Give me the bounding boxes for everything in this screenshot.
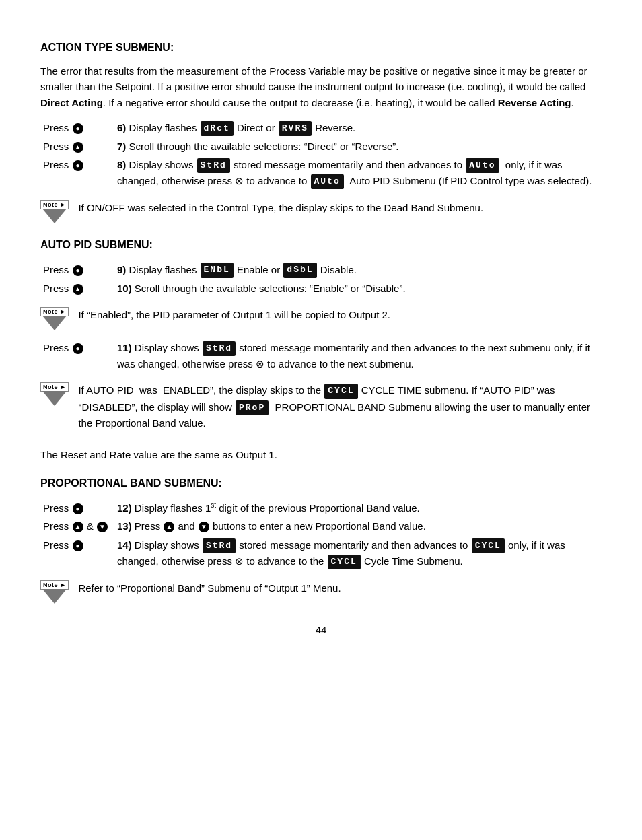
press-label: Press ● xyxy=(40,118,114,137)
up-btn-icon: ▲ xyxy=(73,522,83,532)
note-4-text: Refer to “Proportional Band” Submenu of … xyxy=(78,579,341,596)
note-box-3: Note ► If AUTO PID was ENABLED”, the dis… xyxy=(40,381,602,438)
step-8-text: 8) Display shows StRd stored message mom… xyxy=(114,155,602,190)
lcd-enbl: ENbL xyxy=(201,262,234,277)
table-row: Press ▲ 7) Scroll through the available … xyxy=(40,137,602,155)
press-label: Press ● xyxy=(40,536,114,571)
press-label: Press ▲ xyxy=(40,137,114,155)
action-type-press-table: Press ● 6) Display flashes dRct Direct o… xyxy=(40,118,602,191)
press-label: Press ● xyxy=(40,339,114,373)
step-14-text: 14) Display shows StRd stored message mo… xyxy=(114,536,602,571)
lcd-strd2: StRd xyxy=(203,341,236,356)
heading-prop-band: PROPORTIONAL BAND SUBMENU: xyxy=(40,477,602,489)
table-row: Press ● 6) Display flashes dRct Direct o… xyxy=(40,118,602,137)
table-row: Press ● 9) Display flashes ENbL Enable o… xyxy=(40,260,602,279)
section-action-type: ACTION TYPE SUBMENU: The error that resu… xyxy=(40,42,602,224)
heading-auto-pid: AUTO PID SUBMENU: xyxy=(40,239,602,251)
table-row: Press ● 12) Display flashes 1st digit of… xyxy=(40,499,602,517)
reset-rate-text: The Reset and Rate value are the same as… xyxy=(40,447,602,462)
press-label: Press ● xyxy=(40,499,114,517)
note-2-text: If “Enabled”, the PID parameter of Outpu… xyxy=(78,306,390,322)
table-row: Press ● 11) Display shows StRd stored me… xyxy=(40,339,602,373)
bold-reverse-acting: Reverse Acting xyxy=(498,97,571,108)
up-btn-icon: ▲ xyxy=(73,142,83,153)
step-7-text: 7) Scroll through the available selectio… xyxy=(114,137,602,155)
step-11-text: 11) Display shows StRd stored message mo… xyxy=(114,339,602,373)
auto-pid-press-table-2: Press ● 11) Display shows StRd stored me… xyxy=(40,339,602,373)
table-row: Press ▲ & ▼ 13) Press ▲ and ▼ buttons to… xyxy=(40,517,602,535)
down-btn-icon2: ▼ xyxy=(97,522,108,532)
up-btn-icon: ▲ xyxy=(73,284,83,295)
bold-direct-acting: Direct Acting xyxy=(40,97,103,108)
lcd-auto2: AUto xyxy=(311,174,344,189)
down-btn-icon: ● xyxy=(73,265,83,276)
note-icon-1: Note ► xyxy=(40,200,69,223)
lcd-dsbl: dSbL xyxy=(283,262,316,277)
note-badge-3: Note ► xyxy=(40,382,69,392)
down-btn-icon4: ● xyxy=(73,540,83,551)
lcd-strd: StRd xyxy=(197,158,230,173)
lcd-strd3: StRd xyxy=(203,538,236,553)
page-number: 44 xyxy=(40,624,602,635)
note-box-1: Note ► If ON/OFF was selected in the Con… xyxy=(40,199,602,223)
down-btn-icon: ● xyxy=(73,503,83,514)
lcd-auto: AUto xyxy=(466,158,499,173)
table-row: Press ● 8) Display shows StRd stored mes… xyxy=(40,155,602,190)
note-icon-4: Note ► xyxy=(40,580,69,604)
section-prop-band: PROPORTIONAL BAND SUBMENU: Press ● 12) D… xyxy=(40,477,602,604)
lcd-rvrs: RVRS xyxy=(279,121,312,136)
down-btn-icon: ● xyxy=(73,160,83,171)
heading-action-type: ACTION TYPE SUBMENU: xyxy=(40,42,602,54)
lcd-drct: dRct xyxy=(201,121,234,136)
note-3-text: If AUTO PID was ENABLED”, the display sk… xyxy=(78,381,602,430)
note-box-2: Note ► If “Enabled”, the PID parameter o… xyxy=(40,306,602,330)
note-icon-3: Note ► xyxy=(40,382,69,406)
lcd-cycl: CYCL xyxy=(324,384,357,398)
note-badge-1: Note ► xyxy=(40,200,69,209)
press-label: Press ● xyxy=(40,260,114,279)
note-1-text: If ON/OFF was selected in the Control Ty… xyxy=(78,199,483,215)
note-triangle-1 xyxy=(42,209,67,223)
press-label: Press ▲ xyxy=(40,279,114,298)
note-box-4: Note ► Refer to “Proportional Band” Subm… xyxy=(40,579,602,604)
press-label: Press ▲ & ▼ xyxy=(40,517,114,535)
note-icon-2: Note ► xyxy=(40,307,69,330)
step-9-text: 9) Display flashes ENbL Enable or dSbL D… xyxy=(114,260,602,279)
section-auto-pid: AUTO PID SUBMENU: Press ● 9) Display fla… xyxy=(40,239,602,463)
step-12-text: 12) Display flashes 1st digit of the pre… xyxy=(114,499,602,517)
auto-pid-press-table-1: Press ● 9) Display flashes ENbL Enable o… xyxy=(40,260,602,298)
note-triangle-3 xyxy=(42,391,67,406)
down-btn-icon: ● xyxy=(73,123,83,134)
table-row: Press ● 14) Display shows StRd stored me… xyxy=(40,536,602,571)
step-6-text: 6) Display flashes dRct Direct or RVRS R… xyxy=(114,118,602,137)
step-13-text: 13) Press ▲ and ▼ buttons to enter a new… xyxy=(114,517,602,535)
note-badge-2: Note ► xyxy=(40,307,69,316)
prop-band-press-table: Press ● 12) Display flashes 1st digit of… xyxy=(40,499,602,571)
lcd-cycl3: CYCL xyxy=(328,555,361,569)
superscript-st: st xyxy=(211,501,216,509)
intro-paragraph: The error that results from the measurem… xyxy=(40,63,602,110)
table-row: Press ▲ 10) Scroll through the available… xyxy=(40,279,602,298)
note-triangle-4 xyxy=(42,589,67,604)
note-triangle-2 xyxy=(42,316,67,330)
lcd-prop: PRoP xyxy=(236,400,269,415)
down-btn-icon: ● xyxy=(73,343,83,354)
note-badge-4: Note ► xyxy=(40,580,69,590)
up-btn-icon2: ▲ xyxy=(164,522,174,532)
down-btn-icon3: ▼ xyxy=(199,522,209,532)
step-10-text: 10) Scroll through the available selecti… xyxy=(114,279,602,298)
lcd-cycl2: CYCL xyxy=(472,538,505,553)
press-label: Press ● xyxy=(40,155,114,190)
